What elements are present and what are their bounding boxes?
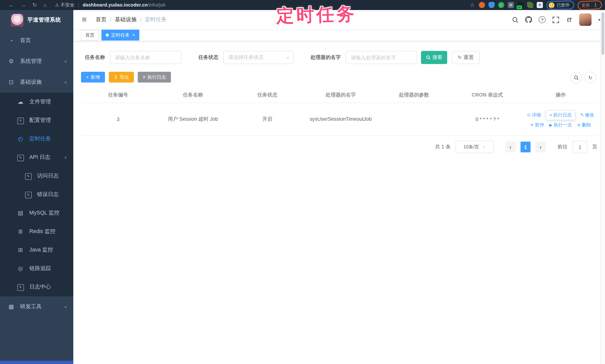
sidebar-item-redis-monitor[interactable]: ≣ Redis 监控 bbox=[0, 222, 73, 241]
sidebar-item-java-monitor[interactable]: ⊞ Java 监控 bbox=[0, 241, 73, 259]
sidebar-item-api-log[interactable]: ✎ API 日志 ∧ bbox=[0, 148, 73, 167]
scrollbar-thumb[interactable] bbox=[602, 12, 604, 55]
action-pause[interactable]: ✕暂停 bbox=[530, 122, 544, 128]
tampermonkey-paused-chip[interactable]: 已暂停 bbox=[546, 0, 574, 10]
exec-log-button-label: 执行日志 bbox=[147, 74, 166, 80]
edit-box-icon: ✎ bbox=[17, 117, 24, 124]
app-logo-row[interactable]: 芋道管理系统 bbox=[0, 10, 73, 30]
sidebar-item-dev-tools[interactable]: ▦ 研发工具 ∨ bbox=[0, 296, 73, 317]
exec-log-button[interactable]: ≡ 执行日志 bbox=[138, 72, 171, 83]
table-toolbar: + 新增 ↧ 导出 ≡ 执行日志 ↻ bbox=[81, 72, 597, 83]
next-page-button[interactable]: › bbox=[536, 142, 546, 152]
search-button-label: 搜索 bbox=[432, 54, 442, 61]
app-title: 芋道管理系统 bbox=[27, 16, 61, 24]
browser-extensions: ☆ ✓ ⊞ on ✚ 已暂停 更新 ⋮ bbox=[469, 0, 602, 10]
tab-home[interactable]: 首页 bbox=[81, 30, 99, 40]
sidebar-item-access-log[interactable]: ✎ 访问日志 bbox=[0, 167, 73, 185]
list-icon: ≡ bbox=[143, 75, 146, 79]
action-label: 执行日志 bbox=[553, 112, 572, 118]
github-icon[interactable] bbox=[525, 16, 532, 23]
action-run-once[interactable]: ▶执行一次 bbox=[549, 122, 572, 128]
extension-grid-icon[interactable]: ⊞ bbox=[508, 2, 514, 8]
sidebar-item-label: 错误日志 bbox=[37, 191, 59, 198]
sidebar-item-infra[interactable]: ⊡ 基础设施 ∧ bbox=[0, 72, 73, 93]
security-label[interactable]: 不安全 bbox=[60, 2, 74, 8]
pagination: 共 1 条 10条/页 ∨ ‹ 1 › 前往 页 bbox=[81, 141, 597, 153]
update-button[interactable]: 更新 bbox=[581, 2, 590, 8]
edit-icon: ✎ bbox=[25, 191, 32, 198]
chevron-down-icon: ∨ bbox=[286, 55, 289, 60]
breadcrumb-separator: / bbox=[110, 16, 111, 23]
extension-green-check-icon[interactable]: ✓ bbox=[498, 2, 504, 8]
handler-name-input[interactable] bbox=[346, 51, 417, 64]
scrollbar-track[interactable] bbox=[600, 10, 605, 364]
action-modify[interactable]: ✎修改 bbox=[580, 112, 594, 118]
extension-blue-icon[interactable] bbox=[488, 2, 495, 8]
reload-icon[interactable]: ↻ bbox=[32, 2, 37, 8]
avatar[interactable] bbox=[579, 13, 592, 26]
update-annotation-ring: 更新 ⋮ bbox=[578, 0, 602, 10]
sidebar-item-tracing[interactable]: ◎ 链路追踪 bbox=[0, 259, 73, 278]
sidebar-item-system[interactable]: ⚙ 系统管理 ∨ bbox=[0, 51, 73, 72]
database-icon: ▤ bbox=[17, 209, 24, 216]
action-delete[interactable]: ⊘删除 bbox=[577, 122, 591, 128]
plus-icon: + bbox=[86, 75, 89, 79]
cell-handler-name: sysUserSessionTimeoutJob bbox=[304, 115, 377, 124]
search-icon[interactable] bbox=[512, 16, 519, 23]
sidebar-item-scheduled-jobs[interactable]: ◴ 定时任务 bbox=[0, 130, 73, 148]
job-name-input[interactable] bbox=[110, 51, 181, 64]
add-button[interactable]: + 新增 bbox=[81, 72, 105, 83]
browser-menu-icon[interactable]: ⋮ bbox=[593, 2, 598, 8]
page-1-button[interactable]: 1 bbox=[521, 142, 531, 152]
select-placeholder: 请选择任务状态 bbox=[228, 54, 264, 61]
sidebar-item-home[interactable]: ◔ 首页 bbox=[0, 30, 73, 51]
search-button[interactable]: 搜索 bbox=[421, 51, 447, 64]
extensions-puzzle-icon[interactable]: ✚ bbox=[537, 2, 543, 8]
hamburger-icon[interactable]: ≡ bbox=[82, 15, 87, 24]
caret-down-icon[interactable]: ▾ bbox=[598, 17, 600, 22]
action-detail[interactable]: ⊙详细 bbox=[527, 112, 541, 118]
address-bar[interactable]: ⚠ 不安全 | dashboard.yudao.iocoder.cn /infr… bbox=[55, 0, 166, 10]
dashboard-icon: ◔ bbox=[8, 37, 14, 44]
monitor-icon: ⊡ bbox=[8, 79, 14, 86]
sidebar-item-config-manage[interactable]: ✎ 配置管理 bbox=[0, 111, 73, 130]
forward-icon[interactable]: → bbox=[20, 2, 26, 8]
pencil-icon: ✎ bbox=[580, 113, 584, 117]
tab-scheduled-jobs[interactable]: 定时任务 × bbox=[101, 30, 139, 40]
close-icon[interactable]: × bbox=[132, 33, 135, 37]
edit-icon: ✎ bbox=[17, 283, 24, 291]
bookmark-star-icon[interactable]: ☆ bbox=[469, 2, 475, 8]
text-size-icon[interactable]: tT bbox=[566, 16, 573, 23]
home-icon[interactable]: ⌂ bbox=[43, 2, 47, 8]
reset-button[interactable]: ↻ 重置 bbox=[452, 51, 480, 64]
browser-nav: ← → ↻ ⌂ bbox=[9, 0, 47, 10]
goto-page-input[interactable] bbox=[573, 141, 587, 153]
url-host: dashboard.yudao.iocoder.cn bbox=[83, 2, 148, 8]
prev-page-button[interactable]: ‹ bbox=[505, 142, 515, 152]
action-label: 详细 bbox=[532, 112, 541, 118]
col-job-id: 任务编号 bbox=[81, 91, 155, 98]
sidebar-item-error-log[interactable]: ✎ 错误日志 bbox=[0, 185, 73, 204]
sidebar-item-log-center[interactable]: ✎ 日志中心 bbox=[0, 278, 73, 296]
extension-leaf-icon[interactable] bbox=[527, 2, 533, 8]
back-icon[interactable]: ← bbox=[9, 2, 14, 8]
chevron-down-icon: ∨ bbox=[483, 145, 486, 149]
breadcrumb-infra[interactable]: 基础设施 bbox=[115, 16, 137, 23]
edit-icon: ✎ bbox=[25, 172, 32, 180]
breadcrumb-home[interactable]: 首页 bbox=[96, 16, 106, 23]
col-actions: 操作 bbox=[524, 91, 597, 98]
page-size-select[interactable]: 10条/页 ∨ bbox=[456, 141, 493, 153]
extension-on-badge-icon[interactable]: on bbox=[517, 2, 524, 8]
job-status-select[interactable]: 请选择任务状态 ∨ bbox=[224, 51, 294, 64]
extension-orange-icon[interactable] bbox=[479, 2, 485, 8]
row-actions: ⊙详细 ≡执行日志 ✎修改 ✕暂停 ▶执行一次 ⊘删除 bbox=[524, 110, 597, 128]
sidebar-item-mysql-monitor[interactable]: ▤ MySQL 监控 bbox=[0, 204, 73, 222]
export-button[interactable]: ↧ 导出 bbox=[109, 72, 134, 83]
action-exec-log[interactable]: ≡执行日志 bbox=[546, 110, 575, 120]
fullscreen-icon[interactable] bbox=[552, 16, 559, 23]
refresh-table-button[interactable]: ↻ bbox=[585, 72, 596, 83]
help-icon[interactable]: ? bbox=[539, 16, 546, 23]
toggle-search-button[interactable] bbox=[570, 72, 582, 83]
sidebar-item-file-manage[interactable]: ☁ 文件管理 bbox=[0, 93, 73, 111]
tags-view: 首页 定时任务 × bbox=[73, 29, 605, 41]
